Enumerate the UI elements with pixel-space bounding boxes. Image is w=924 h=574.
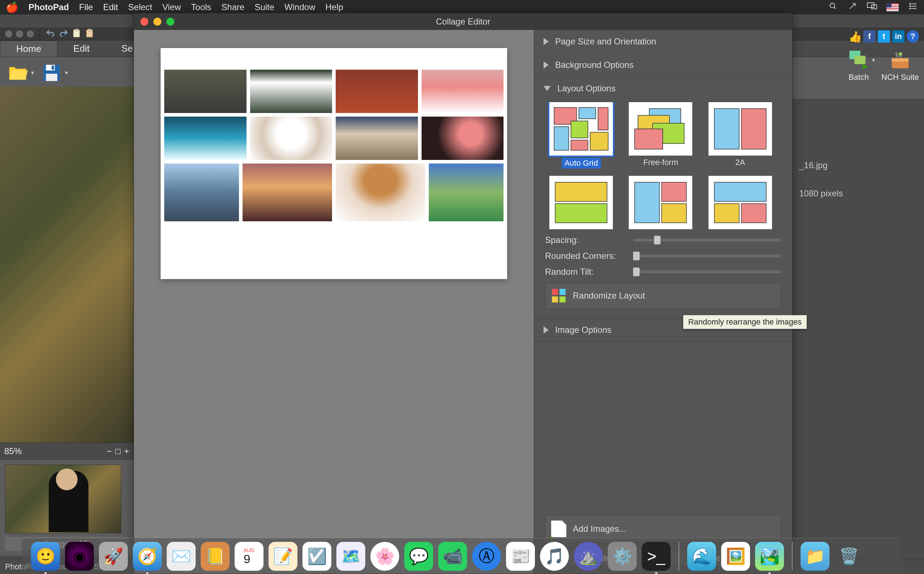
svg-rect-2 <box>867 3 874 8</box>
section-background[interactable]: Background Options <box>534 54 792 77</box>
linkedin-icon[interactable]: in <box>892 30 905 43</box>
svg-rect-47 <box>559 296 565 303</box>
dock-siri-icon[interactable]: ◉ <box>65 542 94 571</box>
paste-icon[interactable] <box>72 28 81 39</box>
svg-rect-45 <box>559 289 565 295</box>
dock-settings-icon[interactable]: ⚙️ <box>608 542 637 571</box>
menu-tools[interactable]: Tools <box>191 2 211 12</box>
menu-view[interactable]: View <box>162 2 181 12</box>
apple-icon[interactable]: 🍎 <box>6 2 19 13</box>
traffic-min-icon[interactable] <box>16 30 23 38</box>
thumbnail[interactable] <box>5 465 121 533</box>
menu-select[interactable]: Select <box>128 2 152 12</box>
tab-more[interactable]: Se <box>105 41 136 57</box>
dock-item-icon[interactable]: 🌊 <box>687 542 716 571</box>
redo-icon[interactable] <box>59 28 68 39</box>
menu-app[interactable]: PhotoPad <box>28 2 69 12</box>
section-page-size[interactable]: Page Size and Orientation <box>534 30 792 53</box>
nch-suite-button[interactable]: NCH Suite <box>881 49 919 82</box>
batch-button[interactable]: Batch <box>847 49 870 82</box>
twitter-icon[interactable]: t <box>878 30 890 43</box>
displays-icon[interactable] <box>867 2 877 12</box>
svg-point-0 <box>830 3 835 8</box>
dock-app-icon[interactable]: ⛰️ <box>574 542 603 571</box>
collage-item <box>250 70 332 113</box>
save-dropdown[interactable]: ▾ <box>63 62 69 84</box>
dock-appstore-icon[interactable]: Ⓐ <box>472 542 501 571</box>
randomize-layout-button[interactable]: Randomize Layout <box>545 283 781 309</box>
clipboard-icon[interactable] <box>85 28 94 39</box>
layout-option-autogrid[interactable]: Auto Grid <box>545 102 617 169</box>
traffic-zoom-icon[interactable] <box>27 30 34 38</box>
modal-titlebar[interactable]: Collage Editor <box>134 13 792 30</box>
search-icon[interactable] <box>828 2 838 12</box>
dock-calendar-icon[interactable]: AUG9 <box>235 542 263 571</box>
undo-icon[interactable] <box>46 28 55 39</box>
menu-edit[interactable]: Edit <box>103 2 118 12</box>
chevron-right-icon <box>543 62 549 69</box>
help-icon[interactable]: ? <box>907 30 919 43</box>
batch-dropdown[interactable]: ▾ <box>870 49 876 71</box>
layout-option-freeform[interactable]: Free-form <box>625 102 697 169</box>
tilt-slider[interactable]: Random Tilt: <box>545 267 781 277</box>
dock-trash-icon[interactable]: 🗑️ <box>834 542 863 571</box>
flag-us-icon[interactable] <box>886 3 899 11</box>
dock-facetime-icon[interactable]: 📹 <box>438 542 467 571</box>
dock-photopad-icon[interactable]: 🏞️ <box>755 542 784 571</box>
svg-rect-17 <box>52 65 54 69</box>
dock-news-icon[interactable]: 📰 <box>506 542 535 571</box>
dock-photos-icon[interactable]: 🌸 <box>370 542 399 571</box>
dock-safari-icon[interactable]: 🧭 <box>133 542 162 571</box>
like-icon[interactable]: 👍 <box>849 30 861 43</box>
zoom-out-icon[interactable]: − <box>107 446 112 456</box>
corners-slider[interactable]: Rounded Corners: <box>545 251 781 261</box>
menu-file[interactable]: File <box>79 2 93 12</box>
layout-option[interactable] <box>545 176 617 229</box>
section-layout[interactable]: Layout Options <box>534 77 792 100</box>
tab-home[interactable]: Home <box>0 41 57 57</box>
dock-contacts-icon[interactable]: 📒 <box>201 542 230 571</box>
dock-downloads-icon[interactable]: 📁 <box>801 542 830 571</box>
add-image-icon: ＋ <box>551 520 566 537</box>
dock-itunes-icon[interactable]: 🎵 <box>540 542 569 571</box>
collage-item <box>164 117 247 160</box>
open-dropdown[interactable]: ▾ <box>29 62 35 84</box>
traffic-close-icon[interactable] <box>5 30 12 38</box>
dock-terminal-icon[interactable]: >_ <box>642 542 671 571</box>
layout-option[interactable] <box>625 176 697 229</box>
zoom-reset-icon[interactable]: □ <box>115 446 121 456</box>
share-icon[interactable] <box>847 2 858 12</box>
toolbox-icon <box>889 49 911 71</box>
menu-share[interactable]: Share <box>221 2 244 12</box>
dock-maps-icon[interactable]: 🗺️ <box>336 542 365 571</box>
collage-item <box>336 117 418 160</box>
dock-launchpad-icon[interactable]: 🚀 <box>99 542 128 571</box>
zoom-control: 85% − □ + <box>0 443 134 459</box>
image-preview[interactable] <box>0 87 134 443</box>
svg-rect-29 <box>571 140 588 150</box>
layout-option[interactable] <box>704 176 776 229</box>
dock-mail-icon[interactable]: ✉️ <box>167 542 196 571</box>
facebook-icon[interactable]: f <box>863 30 876 43</box>
collage-canvas-area[interactable] <box>134 30 534 574</box>
svg-rect-38 <box>635 182 660 223</box>
zoom-in-icon[interactable]: + <box>124 446 129 456</box>
zoom-level: 85% <box>4 446 22 456</box>
collage-item <box>422 70 504 113</box>
dock-notes-icon[interactable]: 📝 <box>269 542 298 571</box>
dock-finder-icon[interactable]: 🙂 <box>31 542 60 571</box>
dock-reminders-icon[interactable]: ☑️ <box>302 542 331 571</box>
menu-window[interactable]: Window <box>285 2 315 12</box>
collage-item <box>422 117 504 160</box>
collage-preview <box>161 48 507 279</box>
menu-help[interactable]: Help <box>325 2 343 12</box>
dock-item-icon[interactable]: 🖼️ <box>721 542 750 571</box>
dock-messages-icon[interactable]: 💬 <box>404 542 433 571</box>
svg-rect-16 <box>46 74 57 81</box>
layout-option-2a[interactable]: 2A <box>704 102 776 169</box>
spacing-slider[interactable]: Spacing: <box>545 235 781 245</box>
batch-icon <box>847 49 870 71</box>
menu-suite[interactable]: Suite <box>255 2 274 12</box>
menu-icon[interactable] <box>908 2 918 12</box>
tab-edit[interactable]: Edit <box>57 41 105 57</box>
